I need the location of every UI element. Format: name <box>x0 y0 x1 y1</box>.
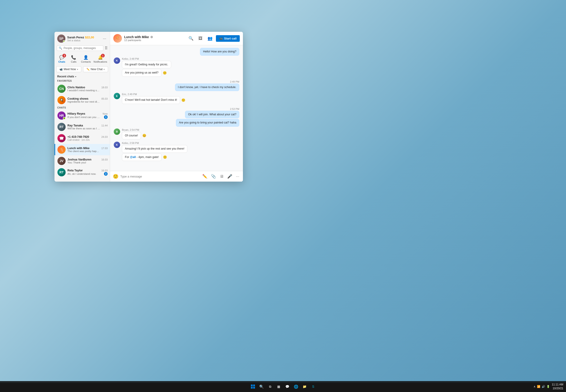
msg-bubble-eric-wrap: C'mon! We'll eat hot tamale! Don't miss … <box>122 96 185 104</box>
msg-content-keiko-2: Keiko, 2:58 PM Amazing! I'll pick up the… <box>122 142 187 161</box>
calls-icon: 📞 <box>71 55 76 60</box>
chat-settings-icon[interactable]: ⚙ <box>150 35 153 39</box>
msg-sender-keiko-2: K Keiko, 2:58 PM Amazing! I'll pick up t… <box>114 142 187 161</box>
taskbar-edge-icon[interactable]: 🌐 <box>292 383 300 390</box>
battery-icon[interactable]: 🔋 <box>547 385 550 388</box>
svg-rect-1 <box>253 385 255 386</box>
chat-item-chris[interactable]: CN Chris Naidoo 18.03 I wouldn't mind me… <box>55 83 110 94</box>
recent-chats-chevron: ▾ <box>75 75 76 78</box>
recent-chats-header[interactable]: Recent chats ▾ <box>55 73 110 79</box>
search-in-chat-button[interactable]: 🔍 <box>187 35 195 42</box>
chat-item-phone[interactable]: ☎ +1 415-748-7920 24.03 Call ended · 1m … <box>55 133 110 144</box>
grid-apps-icon[interactable]: ⠿ <box>105 46 108 51</box>
msg-meta-keiko: Keiko, 2:48 PM <box>122 57 171 60</box>
tab-chats[interactable]: 💬 3 Chats <box>56 54 67 64</box>
taskbar-search-icon[interactable]: 🔍 <box>258 383 265 390</box>
msg-sender-keiko: K Keiko, 2:48 PM I'm great!! Getting rea… <box>114 57 171 77</box>
chat-header-actions: 🔍 🖼 👥 📹 Start call <box>187 35 240 42</box>
chat-time-cooking: 05.03 <box>101 97 108 100</box>
taskbar-date-display: 10/20/21 <box>552 387 563 391</box>
notifications-badge: 1 <box>101 54 105 57</box>
notifications-label: Notifications <box>94 60 107 63</box>
taskbar-task-view-icon[interactable]: ⧉ <box>267 383 274 390</box>
msg-sender-eric: E Eric, 2:49 PM C'mon! We'll eat hot tam… <box>114 93 185 104</box>
reaction-bryan[interactable]: 😊 <box>142 134 146 137</box>
msg-content-bryan: Bryan, 2:54 PM Of course! 😊 <box>122 128 146 140</box>
chat-main: 🍕 Lunch with Mike ⚙ 12 participants 🔍 🖼 … <box>110 32 243 182</box>
profile-avatar[interactable]: SP <box>57 34 65 43</box>
search-area: 🔍 ⠿ <box>55 44 110 53</box>
audio-message-icon[interactable]: 🎤 <box>226 173 233 180</box>
start-call-button[interactable]: 📹 Start call <box>216 35 240 42</box>
active-chat-participants: 12 participants <box>124 39 185 42</box>
chat-name-chris: Chris Naidoo <box>67 86 85 89</box>
reaction-keiko[interactable]: 🙂 <box>163 71 167 75</box>
taskbar-right: ∧ 📶 🔊 🔋 11:11 AM 10/20/21 <box>534 383 563 391</box>
more-actions-icon[interactable]: ··· <box>235 173 240 180</box>
msg-bubble-1: Hello! How are you doing? <box>200 48 239 56</box>
chat-item-cooking[interactable]: 🍳 Cooking shows 05.03 Ingredients for ou… <box>55 94 110 106</box>
emoji-button[interactable]: 🙂 <box>113 174 118 179</box>
message-3: 2:49 PM I don't know, yet. I have to che… <box>114 79 239 91</box>
taskbar-time-display: 11:11 AM <box>552 383 563 387</box>
search-input-wrap[interactable]: 🔍 <box>57 45 103 51</box>
attach-file-icon[interactable]: 📎 <box>210 173 217 180</box>
volume-icon[interactable]: 🔊 <box>542 385 545 388</box>
msg-bubble-wrap-3: I don't know, yet. I have to check my sc… <box>175 84 239 91</box>
profile-status[interactable]: Set a status <box>67 39 100 42</box>
new-chat-button[interactable]: ✏️ New Chat ▾ <box>83 66 108 72</box>
profile-info: Sarah Perez $22,00 Set a status <box>67 36 100 42</box>
chat-item-lunch[interactable]: 🍕 Lunch with Mike 17.03 The client was p… <box>55 144 110 155</box>
msg-meta-eric: Eric, 2:49 PM <box>122 93 185 96</box>
add-image-button[interactable]: 🖼 <box>197 35 204 42</box>
taskbar-chat-icon[interactable]: 💬 <box>284 383 291 390</box>
chat-preview-joshua: You: Thank you! <box>67 161 86 164</box>
message-6: B Bryan, 2:54 PM Of course! 😊 <box>114 128 239 140</box>
meet-now-button[interactable]: 📹 Meet Now ▾ <box>56 66 81 72</box>
chats-badge: 3 <box>62 54 66 57</box>
msg-content-eric: Eric, 2:49 PM C'mon! We'll eat hot tamal… <box>122 93 185 104</box>
chat-name-joshua: Joshua VanBuren <box>67 158 91 161</box>
taskbar-widgets-icon[interactable]: ▦ <box>275 383 283 390</box>
msg-meta-bryan: Bryan, 2:54 PM <box>122 128 146 131</box>
taskbar-clock[interactable]: 11:11 AM 10/20/21 <box>552 383 563 391</box>
reaction-keiko-2[interactable]: 🙂 <box>163 155 167 159</box>
chat-item-hillary[interactable]: HR Hillary Reyes Now If you don't mind c… <box>55 110 110 121</box>
chats-section-label: Chats <box>55 106 110 110</box>
messages-area[interactable]: Hello! How are you doing? K Keiko, 2:48 … <box>110 45 243 171</box>
more-options-button[interactable]: ··· <box>102 35 107 42</box>
chat-item-ray[interactable]: RT Ray Tanaka 11:44 Will be there as soo… <box>55 121 110 133</box>
call-icon: 📹 <box>219 37 223 40</box>
chat-header-cooking: Cooking shows 05.03 <box>67 97 108 100</box>
chat-preview-row-lunch: The client was pretty happy with... <box>67 150 108 153</box>
taskbar-explorer-icon[interactable]: 📁 <box>301 383 308 390</box>
tab-contacts[interactable]: 👤 Contacts <box>80 54 92 64</box>
chat-preview-row-phone: Call ended · 1m 22s <box>67 139 108 141</box>
active-chat-avatar: 🍕 <box>113 34 122 43</box>
chat-item-joshua[interactable]: JV Joshua VanBuren 16.03 You: Thank you! <box>55 155 110 167</box>
tab-notifications[interactable]: 🔔 1 Notifications <box>93 54 108 64</box>
chat-content-ray: Ray Tanaka 11:44 Will be there as soon a… <box>67 124 108 130</box>
chat-item-reta[interactable]: RT Reta Taylor 16.03 Ah, ok I understand… <box>55 167 110 178</box>
taskbar-windows-icon[interactable] <box>249 383 256 390</box>
profile-credits: $22,00 <box>85 36 94 39</box>
screen-share-icon[interactable]: 🖥 <box>219 173 225 180</box>
taskbar-center: 🔍 ⧉ ▦ 💬 🌐 📁 S <box>249 383 317 390</box>
chat-avatar-phone: ☎ <box>57 134 66 142</box>
format-text-icon[interactable]: ✏️ <box>201 173 208 180</box>
expand-tray-icon[interactable]: ∧ <box>534 385 536 388</box>
wifi-icon[interactable]: 📶 <box>537 385 540 388</box>
chat-name-ray: Ray Tanaka <box>67 124 83 127</box>
chat-header-reta: Reta Taylor 16.03 <box>67 169 108 172</box>
search-input[interactable] <box>64 46 101 50</box>
svg-rect-0 <box>251 385 253 386</box>
message-input[interactable] <box>120 175 199 178</box>
participants-button[interactable]: 👥 <box>206 35 214 42</box>
svg-rect-3 <box>253 387 255 389</box>
chat-header-phone: +1 415-748-7920 24.03 <box>67 135 108 139</box>
tab-calls[interactable]: 📞 Calls <box>68 54 79 64</box>
profile-name: Sarah Perez $22,00 <box>67 36 100 39</box>
taskbar-skype-icon[interactable]: S <box>310 383 317 390</box>
chat-avatar-chris: CN <box>57 85 66 93</box>
reaction-eric[interactable]: 🙂 <box>181 98 185 102</box>
